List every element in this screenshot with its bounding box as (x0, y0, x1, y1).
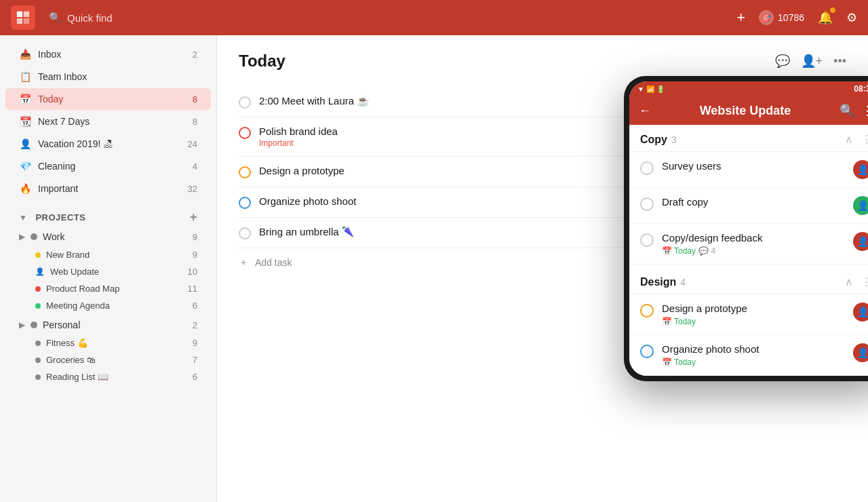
copy-section-title: Copy (640, 134, 667, 146)
phone-app-title: Website Update (658, 104, 833, 118)
chevron-right-icon-2: ▶ (19, 320, 25, 330)
sidebar-item-important[interactable]: 🔥 Important 32 (5, 178, 211, 199)
topbar-actions: + 🎯 10786 🔔 ⚙ (736, 9, 857, 26)
collapse-projects-icon[interactable]: ▼ (19, 213, 27, 223)
sidebar-item-next7days[interactable]: 📆 Next 7 Days 8 (5, 111, 211, 132)
phone-task-content: Draft copy (662, 196, 845, 208)
phone-task-name: Design a prototype (662, 303, 845, 314)
copy-section-count: 3 (671, 134, 677, 145)
task-checkbox[interactable] (239, 127, 251, 139)
phone-task-date: 📅 Today (662, 317, 696, 326)
phone-screen: ▼ 📶 🔋 08:32 ← Website Update 🔍 ⋮ (629, 81, 868, 376)
sidebar-item-product-road-map[interactable]: Product Road Map 11 (5, 280, 211, 297)
sidebar-item-cleaning[interactable]: 💎 Cleaning 4 (5, 155, 211, 177)
cleaning-count: 4 (193, 161, 197, 172)
add-button[interactable]: + (736, 9, 745, 26)
cleaning-label: Cleaning (38, 161, 75, 172)
karma-value: 10786 (778, 12, 804, 23)
settings-button[interactable]: ⚙ (846, 10, 857, 25)
task-checkbox[interactable] (239, 197, 251, 209)
list-item[interactable]: Draft copy 👤 (629, 188, 868, 224)
notifications-button[interactable]: 🔔 (818, 10, 833, 25)
sidebar-item-today[interactable]: 📅 Today 8 (5, 88, 211, 110)
avatar: 👤 (853, 160, 868, 179)
sidebar-item-vacation[interactable]: 👤 Vacation 2019! 🏖 24 (5, 133, 211, 155)
list-item[interactable]: Design a prototype 📅 Today 👤 (629, 294, 868, 335)
avatar: 👤 (853, 343, 868, 362)
karma-display: 🎯 10786 (759, 10, 804, 25)
sidebar-item-fitness[interactable]: Fitness 💪 9 (5, 334, 211, 351)
design-section-count: 4 (680, 277, 686, 288)
phone-more-button[interactable]: ⋮ (861, 103, 868, 118)
karma-icon: 🎯 (759, 10, 774, 25)
phone-task-date: 📅 Today (662, 246, 696, 256)
main-layout: 📥 Inbox 2 📋 Team Inbox 📅 Today 8 📆 Next … (0, 35, 868, 502)
calendar-icon: 📅 (662, 317, 672, 326)
task-checkbox[interactable] (239, 166, 251, 178)
fitness-dot (35, 341, 41, 346)
list-item[interactable]: Organize photo shoot 📅 Today 👤 (629, 335, 868, 376)
sidebar-item-personal[interactable]: ▶ Personal 2 (5, 315, 211, 334)
work-label: Work (43, 231, 64, 242)
project-group-personal: ▶ Personal 2 Fitness 💪 9 Groceries 🛍 7 R… (0, 315, 216, 385)
sidebar-item-new-brand[interactable]: New Brand 9 (5, 246, 211, 263)
sidebar-item-groceries[interactable]: Groceries 🛍 7 (5, 351, 211, 368)
phone-task-name: Survey users (662, 160, 845, 172)
svg-rect-1 (24, 12, 29, 17)
groceries-label: Groceries 🛍 (46, 355, 96, 365)
phone-mockup: ▼ 📶 🔋 08:32 ← Website Update 🔍 ⋮ (624, 76, 868, 381)
groceries-dot (35, 358, 41, 363)
web-update-count: 10 (188, 267, 197, 277)
more-copy-button[interactable]: ⋮ (861, 133, 868, 146)
important-label: Important (38, 183, 78, 194)
sidebar-item-inbox[interactable]: 📥 Inbox 2 (5, 43, 211, 65)
list-item[interactable]: Copy/design feedback 📅 Today 💬 4 (629, 224, 868, 265)
sidebar-item-meeting-agenda[interactable]: Meeting Agenda 6 (5, 297, 211, 314)
add-person-button[interactable]: 👤+ (801, 54, 823, 69)
app-logo[interactable] (11, 5, 35, 30)
phone-task-content: Design a prototype 📅 Today (662, 303, 845, 326)
work-count: 9 (193, 232, 197, 242)
task-checkbox[interactable] (239, 227, 251, 239)
add-project-button[interactable]: + (190, 210, 197, 225)
content-actions: 💬 👤+ ••• (775, 54, 846, 69)
content-header: Today 💬 👤+ ••• (239, 52, 846, 71)
meeting-agenda-label: Meeting Agenda (46, 301, 110, 311)
task-checkbox[interactable] (239, 96, 251, 109)
phone-task-checkbox[interactable] (640, 304, 654, 317)
personal-label: Personal (43, 320, 80, 330)
list-item[interactable]: Survey users 👤 (629, 152, 868, 188)
phone-back-button[interactable]: ← (639, 104, 651, 118)
phone-task-checkbox[interactable] (640, 161, 654, 175)
phone-search-button[interactable]: 🔍 (840, 103, 854, 118)
sidebar-item-work[interactable]: ▶ Work 9 (5, 227, 211, 246)
reading-list-dot (35, 374, 41, 380)
avatar: 👤 (853, 232, 868, 251)
more-design-button[interactable]: ⋮ (861, 275, 868, 288)
phone-task-checkbox[interactable] (640, 197, 654, 211)
more-options-button[interactable]: ••• (833, 54, 846, 69)
fitness-label: Fitness 💪 (46, 338, 88, 348)
collapse-design-button[interactable]: ∧ (845, 275, 853, 288)
phone-task-meta: 📅 Today (662, 358, 845, 367)
phone-task-checkbox[interactable] (640, 233, 654, 247)
groceries-count: 7 (193, 355, 197, 365)
team-inbox-icon: 📋 (19, 71, 31, 83)
collapse-copy-button[interactable]: ∧ (845, 133, 853, 146)
topbar: 🔍 Quick find + 🎯 10786 🔔 ⚙ (0, 0, 868, 35)
phone-task-content: Organize photo shoot 📅 Today (662, 343, 845, 367)
projects-header: ▼ Projects + (5, 205, 211, 227)
meeting-agenda-count: 6 (193, 301, 197, 311)
product-road-map-dot (35, 286, 41, 292)
projects-label: Projects (35, 212, 85, 223)
comment-button[interactable]: 💬 (775, 54, 790, 69)
product-road-map-label: Product Road Map (46, 284, 119, 294)
sidebar-item-reading-list[interactable]: Reading List 📖 6 (5, 368, 211, 385)
svg-rect-2 (17, 18, 22, 24)
search-bar[interactable]: 🔍 Quick find (49, 12, 736, 24)
chevron-right-icon: ▶ (19, 232, 25, 242)
web-update-label: Web Update (50, 267, 99, 277)
sidebar-item-team-inbox[interactable]: 📋 Team Inbox (5, 66, 211, 88)
sidebar-item-web-update[interactable]: 👤 Web Update 10 (5, 263, 211, 280)
phone-task-checkbox[interactable] (640, 345, 654, 358)
